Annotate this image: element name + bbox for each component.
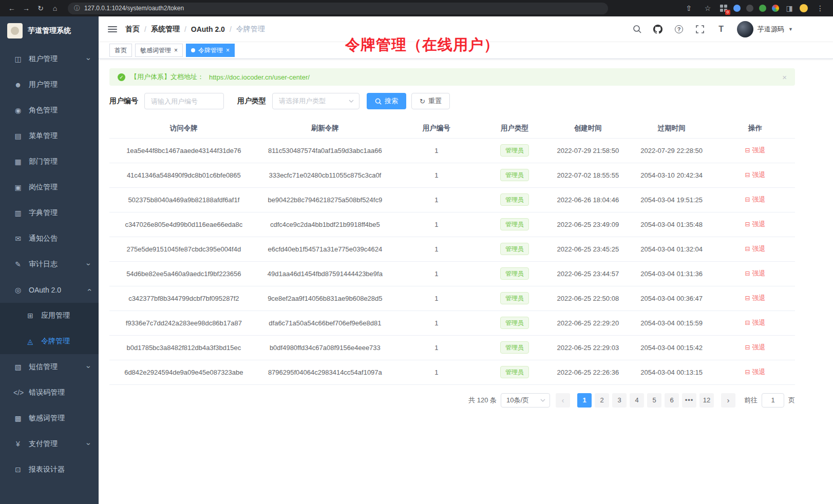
breadcrumb-item[interactable]: 系统管理 (151, 25, 180, 34)
github-icon[interactable] (653, 24, 663, 34)
user-type-cell: 管理员 (481, 187, 548, 212)
force-logout-label: 强退 (752, 170, 766, 180)
tab-close-icon[interactable]: × (226, 47, 230, 53)
user-id-cell: 1 (392, 286, 481, 311)
tab-item[interactable]: 首页 (109, 44, 132, 57)
home-icon[interactable]: ⌂ (48, 2, 62, 14)
action-cell: ⊟强退 (715, 335, 795, 360)
reload-icon[interactable]: ↻ (34, 2, 47, 14)
extension-green-icon[interactable] (759, 5, 766, 12)
fullscreen-icon[interactable] (695, 24, 705, 34)
extension-dark-icon[interactable] (746, 5, 753, 12)
sidebar-item-dict[interactable]: ▥字典管理 (0, 200, 99, 226)
chevron-down-icon (540, 399, 545, 402)
force-logout-button[interactable]: ⊟强退 (745, 318, 766, 327)
breadcrumb-item[interactable]: 首页 (125, 25, 140, 34)
page-button-3[interactable]: 3 (612, 393, 627, 408)
refresh-token-cell: 811c530487574fa0af1a59d3abc1aa66 (258, 138, 392, 163)
prev-page-button[interactable]: ‹ (556, 393, 570, 408)
sidebar-item-post[interactable]: ▣岗位管理 (0, 175, 99, 200)
sidebar-item-tenant[interactable]: ◫租户管理› (0, 46, 99, 72)
user-type-cell: 管理员 (481, 138, 548, 163)
table-row: c342377bf8b344799dcbf7bf095287f29ce8ef2a… (109, 286, 795, 311)
address-bar[interactable]: ⓘ 127.0.0.1:1024/system/oauth2/token (68, 3, 608, 14)
font-size-icon[interactable]: T (716, 24, 726, 34)
column-header: 操作 (715, 119, 795, 138)
sidebar-item-role[interactable]: ◉角色管理 (0, 98, 99, 123)
force-logout-button[interactable]: ⊟强退 (745, 170, 766, 180)
sidebar-toggle-button[interactable] (108, 26, 117, 32)
app-logo[interactable]: 芋道管理系统 (0, 16, 99, 45)
sidebar-item-menu[interactable]: ▤菜单管理 (0, 123, 99, 149)
force-logout-button[interactable]: ⊟强退 (745, 146, 766, 155)
page-size-select[interactable]: 10条/页 (501, 393, 550, 408)
page-button-4[interactable]: 4 (630, 393, 644, 408)
tab-item[interactable]: 敏感词管理× (135, 44, 183, 57)
back-icon[interactable]: ← (5, 2, 18, 14)
share-icon[interactable]: ⇧ (682, 2, 695, 14)
sidebar-item-token[interactable]: ◬令牌管理 (0, 328, 99, 354)
browser-profile-avatar[interactable] (800, 4, 808, 12)
reset-button[interactable]: ↻ 重置 (411, 93, 450, 109)
breadcrumb-item[interactable]: OAuth 2.0 (191, 25, 225, 33)
help-icon[interactable]: ? (674, 24, 684, 34)
extensions-icon[interactable]: 0 (720, 5, 728, 12)
select-placeholder: 请选择用户类型 (279, 96, 326, 106)
alert-link[interactable]: https://doc.iocoder.cn/user-center/ (209, 73, 310, 81)
page-button-6[interactable]: 6 (665, 393, 679, 408)
sidebar-item-sensitive-word[interactable]: ▩敏感词管理 (0, 405, 99, 431)
force-logout-button[interactable]: ⊟强退 (745, 195, 766, 204)
tab-close-icon[interactable]: × (174, 47, 178, 53)
side-panel-icon[interactable]: ◨ (785, 2, 794, 14)
sidebar-item-label: 用户管理 (29, 80, 58, 89)
extension-pinwheel-icon[interactable] (772, 5, 779, 12)
force-logout-button[interactable]: ⊟强退 (745, 367, 766, 377)
page-button-1[interactable]: 1 (577, 393, 592, 408)
page-button-2[interactable]: 2 (595, 393, 609, 408)
force-logout-button[interactable]: ⊟强退 (745, 269, 766, 278)
sidebar-item-error-code[interactable]: </>错误码管理 (0, 380, 99, 405)
pagination: 共 120 条 10条/页 ‹ 123456•••12 › 前往 页 (109, 393, 795, 408)
refresh-token-cell: dfa6c71a50a54c66bef706ef9e6e8d81 (258, 311, 392, 335)
sidebar-item-user[interactable]: ☻用户管理 (0, 72, 99, 98)
user-id-cell: 1 (392, 237, 481, 261)
force-logout-button[interactable]: ⊟强退 (745, 244, 766, 254)
chevron-down-icon (349, 100, 354, 103)
sidebar-item-sms[interactable]: ▧短信管理› (0, 354, 99, 380)
site-info-icon[interactable]: ⓘ (74, 4, 80, 13)
user-menu[interactable]: 芋道源码 ▼ (737, 21, 793, 37)
search-icon[interactable] (632, 24, 642, 34)
breadcrumb-separator: / (144, 25, 146, 33)
next-page-button[interactable]: › (721, 393, 735, 408)
sidebar-item-label: 部门管理 (29, 157, 58, 166)
forward-icon[interactable]: → (20, 2, 33, 14)
page-more-button[interactable]: ••• (682, 393, 696, 408)
sidebar-item-app[interactable]: ⊞应用管理 (0, 303, 99, 328)
force-logout-button[interactable]: ⊟强退 (745, 294, 766, 303)
sidebar-item-pay[interactable]: ¥支付管理› (0, 431, 99, 457)
bookmark-star-icon[interactable]: ☆ (701, 2, 714, 14)
user-type-select[interactable]: 请选择用户类型 (272, 93, 359, 109)
sidebar-item-audit-log[interactable]: ✎审计日志› (0, 251, 99, 277)
user-type-badge: 管理员 (500, 144, 529, 157)
browser-menu-icon[interactable]: ⋮ (813, 2, 827, 14)
create-time-cell: 2022-06-25 23:45:25 (548, 237, 628, 261)
extension-blue-icon[interactable] (733, 5, 741, 12)
page-button-12[interactable]: 12 (699, 393, 714, 408)
force-logout-button[interactable]: ⊟强退 (745, 343, 766, 352)
delete-icon: ⊟ (745, 270, 750, 277)
search-button[interactable]: 搜索 (367, 93, 406, 109)
goto-page-input[interactable] (762, 393, 784, 408)
force-logout-button[interactable]: ⊟强退 (745, 220, 766, 229)
sidebar-item-dept[interactable]: ▦部门管理 (0, 149, 99, 175)
user-id-input[interactable] (144, 93, 224, 109)
action-cell: ⊟强退 (715, 187, 795, 212)
page-button-5[interactable]: 5 (647, 393, 661, 408)
sidebar-item-notice[interactable]: ✉通知公告 (0, 226, 99, 251)
dict-icon: ▥ (13, 209, 23, 217)
sidebar-item-report-designer[interactable]: ⊡报表设计器 (0, 457, 99, 482)
user-type-cell: 管理员 (481, 360, 548, 384)
alert-close-icon[interactable]: × (782, 73, 787, 82)
sidebar-item-oauth2[interactable]: ◎OAuth 2.0› (0, 277, 99, 303)
tab-item[interactable]: 令牌管理× (186, 44, 235, 57)
